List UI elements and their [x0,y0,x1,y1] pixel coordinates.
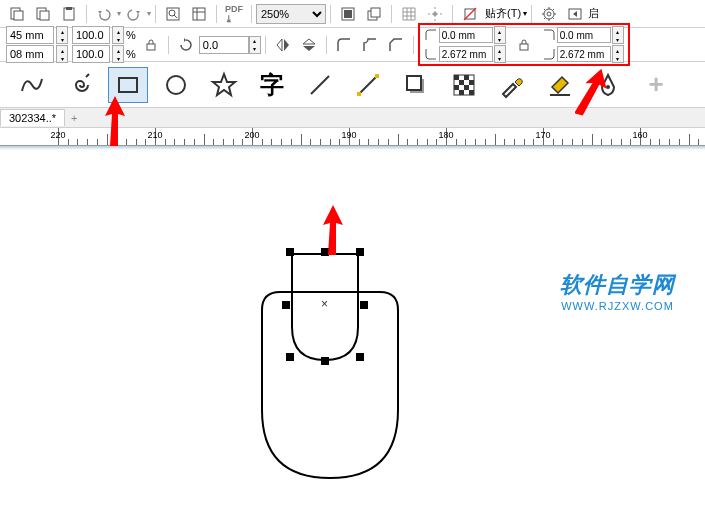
line-tool[interactable] [300,67,340,103]
ruler-minor-tick [679,139,680,145]
corner-lock-icon[interactable] [512,34,536,56]
layers-icon[interactable] [362,3,386,25]
ruler-minor-tick [271,139,272,145]
text-tool[interactable]: 字 [252,67,292,103]
svg-rect-5 [66,7,72,10]
height-spinner[interactable]: ▴▾ [56,45,68,63]
undo-icon[interactable] [92,3,116,25]
grid-icon[interactable] [397,3,421,25]
corner-chamfer-icon[interactable] [384,34,408,56]
ellipse-tool[interactable] [156,67,196,103]
undo-dropdown[interactable]: ▾ [117,9,121,18]
redo-icon[interactable] [122,3,146,25]
snap-label[interactable]: 贴齐(T) [485,6,521,21]
selection-center[interactable]: × [321,297,328,311]
ruler-minor-tick [417,139,418,145]
ruler-minor-tick [592,134,593,145]
ruler-minor-tick [174,139,175,145]
corner-bl-spinner[interactable]: ▴▾ [494,45,506,63]
scale-y-spinner[interactable]: ▴▾ [112,45,124,63]
svg-rect-1 [14,11,23,20]
width-spinner[interactable]: ▴▾ [56,26,68,44]
ruler-minor-tick [301,134,302,145]
watermark: 软件自学网 WWW.RJZXW.COM [560,270,675,312]
fullscreen-icon[interactable] [336,3,360,25]
corner-tr-spinner[interactable]: ▴▾ [612,26,624,44]
star-tool[interactable] [204,67,244,103]
paste-icon[interactable] [57,3,81,25]
selection-handle[interactable] [321,357,329,365]
snap-dropdown[interactable]: ▾ [523,9,527,18]
selection-handle[interactable] [360,301,368,309]
options-icon[interactable] [537,3,561,25]
spiral-tool[interactable] [60,67,100,103]
redo-dropdown[interactable]: ▾ [147,9,151,18]
shadow-tool[interactable] [396,67,436,103]
copy2-icon[interactable] [31,3,55,25]
corner-bl-input[interactable] [439,46,493,62]
freehand-tool[interactable] [12,67,52,103]
watermark-url: WWW.RJZXW.COM [560,300,675,312]
corner-round-icon[interactable] [332,34,356,56]
separator [216,5,217,23]
table-icon[interactable] [187,3,211,25]
selection-handle[interactable] [286,353,294,361]
transparency-tool[interactable] [444,67,484,103]
height-input[interactable] [6,45,54,63]
ruler-minor-tick [165,139,166,145]
selection-handle[interactable] [321,248,329,256]
corner-tl-spinner[interactable]: ▴▾ [494,26,506,44]
corner-radius-highlight: ▴▾ ▴▾ ▴▾ ▴▾ [418,23,630,66]
scale-x-input[interactable] [72,26,110,44]
rectangle-tool[interactable] [108,67,148,103]
svg-line-18 [464,8,476,20]
corner-br-input[interactable] [557,46,611,62]
selection-handle[interactable] [356,353,364,361]
selection-handle[interactable] [356,248,364,256]
scale-x-spinner[interactable]: ▴▾ [112,26,124,44]
dimension-tool[interactable] [348,67,388,103]
ruler-minor-tick [611,139,612,145]
scale-y-input[interactable] [72,45,110,63]
copy-icon[interactable] [5,3,29,25]
horizontal-ruler[interactable]: 220210200190180170160 [0,128,705,146]
svg-rect-38 [464,85,469,90]
corner-scallop-icon[interactable] [358,34,382,56]
svg-rect-28 [357,92,361,96]
rotation-input[interactable] [199,36,249,54]
width-input[interactable] [6,26,54,44]
flip-v-icon[interactable] [297,34,321,56]
guides-icon[interactable] [423,3,447,25]
svg-rect-31 [407,76,421,90]
rotate-icon[interactable] [174,34,198,56]
separator [330,5,331,23]
pen-tool[interactable] [588,67,628,103]
selection-handle[interactable] [286,248,294,256]
corner-tl-input[interactable] [439,27,493,43]
svg-point-25 [167,76,185,94]
eyedropper-tool[interactable] [492,67,532,103]
canvas-area[interactable]: × 软件自学网 WWW.RJZXW.COM [0,150,705,516]
document-tab[interactable]: 302334..* [0,109,65,126]
fill-tool[interactable] [540,67,580,103]
watermark-title: 软件自学网 [560,270,675,300]
corner-br-spinner[interactable]: ▴▾ [612,45,624,63]
tab-add-button[interactable]: + [65,112,83,124]
snap-off-icon[interactable] [458,3,482,25]
zoom-select[interactable]: 250% [256,4,326,24]
ruler-minor-tick [262,139,263,145]
selection-handle[interactable] [282,301,290,309]
add-tool[interactable]: + [636,67,676,103]
search-icon[interactable] [161,3,185,25]
rotation-spinner[interactable]: ▴▾ [249,36,261,54]
ruler-minor-tick [475,139,476,145]
corner-tr-input[interactable] [557,27,611,43]
ruler-minor-tick [281,139,282,145]
launch-icon[interactable] [563,3,587,25]
flip-h-icon[interactable] [271,34,295,56]
svg-rect-13 [344,10,352,18]
pdf-icon[interactable]: PDF⤓ [222,3,246,25]
launch-text: 启 [588,6,599,21]
ruler-minor-tick [233,139,234,145]
lock-ratio-icon[interactable] [139,34,163,56]
